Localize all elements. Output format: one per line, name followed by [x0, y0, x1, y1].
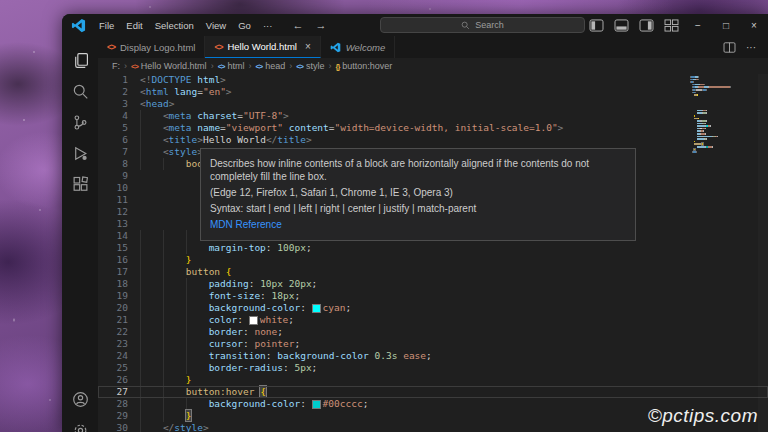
code-line-21[interactable]: 21color: white;	[98, 314, 768, 326]
line-text: transition: background-color 0.3s ease;	[128, 350, 432, 362]
line-text: button {	[128, 266, 232, 278]
editor-scrollbar[interactable]	[758, 74, 768, 432]
line-number: 10	[98, 182, 128, 194]
line-text: cursor: pointer;	[128, 338, 300, 350]
source-control-icon[interactable]	[64, 107, 96, 138]
toggle-sidebar-icon[interactable]	[589, 19, 604, 32]
tab-bar: <>Display Logo.html<>Hello World.html×We…	[98, 36, 768, 58]
line-text: background-color: cyan;	[128, 302, 351, 314]
minimap-line	[690, 92, 748, 94]
mdn-reference-link[interactable]: MDN Reference	[210, 219, 282, 230]
minimap-line	[690, 123, 748, 125]
code-line-4[interactable]: 4<meta charset="UTF-8">	[98, 110, 768, 122]
vscode-logo-icon	[71, 18, 86, 33]
menu-item[interactable]: Edit	[120, 20, 148, 31]
code-editor[interactable]: 1<!DOCTYPE html>2<html lang="en">3<head>…	[98, 74, 768, 432]
line-text: <meta charset="UTF-8">	[128, 110, 289, 122]
maximize-button[interactable]: □	[712, 14, 740, 36]
explorer-icon[interactable]	[64, 45, 96, 76]
code-line-22[interactable]: 22border: none;	[98, 326, 768, 338]
menu-item[interactable]: Selection	[149, 20, 200, 31]
code-line-15[interactable]: 15margin-top: 100px;	[98, 242, 768, 254]
breadcrumb-item[interactable]: <>html	[218, 61, 245, 71]
code-line-24[interactable]: 24transition: background-color 0.3s ease…	[98, 350, 768, 362]
breadcrumb-item[interactable]: <>Hello World.html	[131, 61, 207, 71]
line-number: 20	[98, 302, 128, 314]
desktop: FileEditSelectionViewGo··· ← → Search − …	[0, 0, 768, 432]
minimap[interactable]	[690, 76, 748, 154]
code-line-16[interactable]: 16}	[98, 254, 768, 266]
menu-item[interactable]: View	[200, 20, 232, 31]
code-line-23[interactable]: 23cursor: pointer;	[98, 338, 768, 350]
code-line-6[interactable]: 6<title>Hello World</title>	[98, 134, 768, 146]
line-text: }	[128, 374, 191, 386]
color-swatch[interactable]	[250, 317, 257, 324]
minimap-line	[690, 99, 748, 101]
tab-display-logo-html[interactable]: <>Display Logo.html	[98, 36, 205, 58]
toggle-secondary-sidebar-icon[interactable]	[639, 19, 654, 32]
code-line-20[interactable]: 20background-color: cyan;	[98, 302, 768, 314]
menu-item[interactable]: ···	[257, 20, 279, 31]
breadcrumb-item[interactable]: {}button:hover	[335, 61, 392, 71]
search-sidebar-icon[interactable]	[64, 76, 96, 107]
breadcrumb-label: style	[306, 61, 325, 71]
minimap-line	[690, 143, 748, 145]
split-editor-icon[interactable]	[723, 42, 736, 53]
line-number: 21	[98, 314, 128, 326]
line-text: }	[128, 410, 191, 422]
nav-back-icon[interactable]: ←	[292, 19, 303, 31]
line-number: 7	[98, 146, 128, 158]
run-debug-icon[interactable]	[64, 138, 96, 169]
code-line-17[interactable]: 17button {	[98, 266, 768, 278]
customize-layout-icon[interactable]	[664, 19, 679, 32]
color-swatch[interactable]	[313, 305, 320, 312]
breadcrumb-item[interactable]: <>head	[255, 61, 285, 71]
breadcrumb-label: Hello World.html	[141, 61, 207, 71]
minimap-line	[690, 151, 748, 153]
line-number: 17	[98, 266, 128, 278]
watermark: ©pctips.com	[648, 405, 758, 427]
account-icon[interactable]	[64, 384, 96, 415]
command-center-search[interactable]: Search	[380, 17, 585, 33]
search-icon	[461, 21, 470, 30]
nav-forward-icon[interactable]: →	[315, 19, 326, 31]
more-actions-icon[interactable]: ···	[746, 42, 756, 53]
breadcrumb-label: F:	[112, 61, 120, 71]
code-line-5[interactable]: 5<meta name="viewport" content="width=de…	[98, 122, 768, 134]
minimap-line	[690, 125, 748, 127]
code-line-27[interactable]: 27button:hover {	[98, 386, 768, 398]
tab-hello-world-html[interactable]: <>Hello World.html×	[205, 36, 320, 58]
minimize-button[interactable]: −	[684, 14, 712, 36]
breadcrumb-item[interactable]: <>style	[296, 61, 324, 71]
line-number: 28	[98, 398, 128, 410]
tooltip-syntax: Syntax: start | end | left | right | cen…	[210, 202, 626, 215]
tab-label: Display Logo.html	[120, 42, 196, 53]
code-line-18[interactable]: 18padding: 10px 20px;	[98, 278, 768, 290]
code-line-25[interactable]: 25border-radius: 5px;	[98, 362, 768, 374]
breadcrumb-symbol-icon: <>	[218, 62, 225, 71]
tab-close-icon[interactable]: ×	[305, 41, 311, 52]
tab-welcome[interactable]: Welcome	[321, 36, 395, 58]
menu-item[interactable]: Go	[232, 20, 257, 31]
line-number: 1	[98, 74, 128, 86]
line-text: border-radius: 5px;	[128, 362, 317, 374]
menu-item[interactable]: File	[93, 20, 120, 31]
settings-gear-icon[interactable]	[64, 415, 96, 432]
code-line-1[interactable]: 1<!DOCTYPE html>	[98, 74, 768, 86]
line-text: button:hover {	[128, 386, 266, 398]
color-swatch[interactable]	[313, 401, 320, 408]
toggle-panel-icon[interactable]	[614, 19, 629, 32]
close-button[interactable]: ×	[740, 14, 768, 36]
code-line-26[interactable]: 26}	[98, 374, 768, 386]
code-line-3[interactable]: 3<head>	[98, 98, 768, 110]
line-text: font-size: 18px;	[128, 290, 300, 302]
breadcrumb-symbol-icon: <>	[131, 62, 138, 71]
minimap-line	[690, 146, 748, 148]
extensions-icon[interactable]	[64, 169, 96, 200]
code-line-19[interactable]: 19font-size: 18px;	[98, 290, 768, 302]
line-number: 5	[98, 122, 128, 134]
title-bar: FileEditSelectionViewGo··· ← → Search − …	[62, 14, 768, 36]
code-line-2[interactable]: 2<html lang="en">	[98, 86, 768, 98]
minimap-line	[690, 138, 748, 140]
breadcrumb-item[interactable]: F:	[112, 61, 120, 71]
